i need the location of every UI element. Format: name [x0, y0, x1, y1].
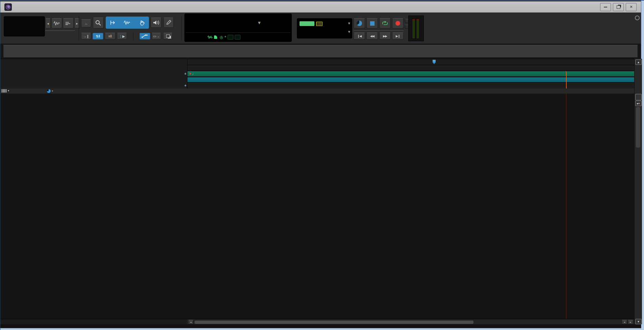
- trim-tool-button[interactable]: [106, 17, 120, 28]
- online-clock-icon: [357, 21, 362, 26]
- app-icon: [4, 3, 12, 11]
- waveform-vertical-zoom-button[interactable]: ▸≈: [635, 101, 642, 106]
- toolbar-options-icon[interactable]: [635, 16, 640, 20]
- ruler-labels: [0, 59, 187, 89]
- clock-icon[interactable]: [47, 89, 51, 93]
- tab-to-transient-button[interactable]: →❙: [81, 33, 91, 40]
- nudge-caret-icon[interactable]: ▼: [348, 30, 350, 33]
- pencil-icon: [166, 20, 171, 25]
- smart-tool-group: [106, 17, 149, 29]
- track-area: [0, 94, 641, 319]
- loop-play-icon: [381, 21, 389, 26]
- meter-ruler[interactable]: [187, 77, 635, 83]
- automation-follows-edit-button[interactable]: [139, 33, 150, 40]
- bars-ruler[interactable]: [187, 59, 635, 65]
- ruler-timeline: ♩: [187, 59, 635, 89]
- zoom-toggle-button[interactable]: ↔: [81, 19, 91, 27]
- automation-curve-icon: [141, 34, 148, 38]
- speaker-icon: [153, 20, 159, 25]
- toolbar-divider: [133, 32, 133, 40]
- selector-tool-button[interactable]: [121, 17, 134, 28]
- cursor-row: ◎ *: [184, 33, 292, 41]
- toolbar-divider: [181, 16, 182, 40]
- grid-caret-icon[interactable]: ▼: [348, 22, 350, 25]
- zoom-out-button[interactable]: ◂: [45, 18, 51, 28]
- toolbar-sub-strip: [0, 44, 641, 59]
- edit-toolbar: ◂ ▸ ↔ →❙ ⇅‖ ≡‖ ⋮▶ ▭→: [0, 12, 641, 44]
- markers-ruler[interactable]: [187, 83, 635, 89]
- tempo-event-icon[interactable]: [189, 72, 191, 75]
- cursor-indicators: ◎ *: [207, 35, 240, 40]
- edit-cursor-line: [566, 71, 567, 89]
- scroll-up-button[interactable]: ▲: [635, 59, 642, 65]
- scrollbar-left-pane: [0, 319, 187, 325]
- overlap-rects-icon: [166, 34, 170, 38]
- grabber-tool-button[interactable]: [135, 17, 149, 28]
- waveform-zoom-button[interactable]: [51, 18, 62, 28]
- mute-indicator[interactable]: [235, 35, 240, 40]
- zoom-divider: [45, 30, 75, 31]
- counter-divider: [186, 32, 290, 33]
- minimize-icon: [604, 7, 607, 7]
- solo-indicator[interactable]: [228, 35, 233, 40]
- zoom-cluster: ◂ ▸: [45, 18, 80, 28]
- record-icon: [395, 21, 400, 26]
- ruler-section: + + ♩: [0, 59, 641, 89]
- online-button[interactable]: [354, 18, 365, 28]
- bottom-strip: [0, 324, 641, 328]
- link-track-edit-button[interactable]: ≡‖: [105, 33, 115, 40]
- fast-forward-button[interactable]: ▶▶: [379, 32, 391, 40]
- quarter-note-icon: ♩: [192, 72, 196, 76]
- pencil-tool-button[interactable]: [163, 18, 174, 28]
- horizontal-scrollbar[interactable]: ◂ ◂ ▸: [0, 319, 641, 325]
- scroll-right-button[interactable]: ▸: [628, 320, 633, 324]
- scrubber-tool-button[interactable]: [151, 18, 161, 28]
- main-counter-caret-icon[interactable]: ▼: [258, 21, 261, 25]
- scroll-left-button[interactable]: ◂: [188, 320, 194, 324]
- mirrored-editing-button[interactable]: [163, 33, 173, 40]
- scroll-left-button-2[interactable]: ◂: [622, 320, 627, 324]
- layered-editing-button[interactable]: ▭→: [152, 33, 161, 40]
- grid-button[interactable]: [300, 21, 314, 26]
- return-to-zero-button[interactable]: ❙◀: [354, 32, 365, 40]
- minimize-button[interactable]: [600, 3, 611, 11]
- record-button[interactable]: [392, 18, 404, 28]
- rewind-button[interactable]: ◀◀: [366, 32, 378, 40]
- restore-button[interactable]: [613, 3, 624, 11]
- tempo-ruler[interactable]: ♩: [187, 71, 635, 77]
- window-controls: ✕: [600, 3, 641, 11]
- transport-divider: [354, 30, 404, 31]
- loop-play-button[interactable]: [379, 18, 391, 28]
- stop-icon: [370, 21, 375, 26]
- track-list-caret-icon[interactable]: ▾: [8, 89, 9, 92]
- grid-ruler-icon[interactable]: [316, 22, 323, 26]
- pro-tools-edit-window: ✕ ◂ ▸ ↔ →❙ ⇅‖ ≡‖ ⋮▶: [0, 0, 644, 330]
- link-timeline-edit-button[interactable]: ⇅‖: [93, 33, 103, 40]
- track-column-header: ▾ ▾: [0, 88, 641, 94]
- insertion-follows-playback-button[interactable]: ⋮▶: [117, 33, 127, 40]
- stop-button[interactable]: [366, 18, 378, 28]
- track-list-icon[interactable]: [2, 89, 7, 93]
- scroll-down-button[interactable]: ▼: [635, 319, 642, 324]
- add-tempo-button[interactable]: +: [184, 72, 187, 76]
- suspend-icon[interactable]: *: [225, 35, 227, 40]
- title-bar[interactable]: ✕: [0, 1, 641, 12]
- zoomer-tool-button[interactable]: [93, 18, 104, 28]
- grid-nudge-panel: ▼ ▼: [297, 18, 352, 39]
- close-button[interactable]: ✕: [626, 3, 637, 11]
- hand-icon: [139, 20, 145, 26]
- minsec-ruler[interactable]: [187, 65, 635, 71]
- meter-left: [412, 19, 415, 39]
- clock-caret-icon[interactable]: ▾: [52, 90, 53, 93]
- tempo-bar: ♩: [187, 71, 635, 76]
- horizontal-zoom-button[interactable]: [63, 18, 74, 28]
- page-icon: [214, 35, 217, 39]
- edit-cursor-track-line: [566, 94, 566, 319]
- add-marker-button[interactable]: +: [184, 84, 187, 87]
- audio-zoom-button[interactable]: [635, 94, 642, 100]
- target-icon[interactable]: ◎: [220, 35, 223, 40]
- go-to-end-button[interactable]: ▶❙: [392, 32, 404, 40]
- vertical-scroll-thumb[interactable]: [636, 107, 640, 148]
- window-bottom-border: [0, 328, 641, 330]
- scroll-thumb[interactable]: [194, 320, 474, 324]
